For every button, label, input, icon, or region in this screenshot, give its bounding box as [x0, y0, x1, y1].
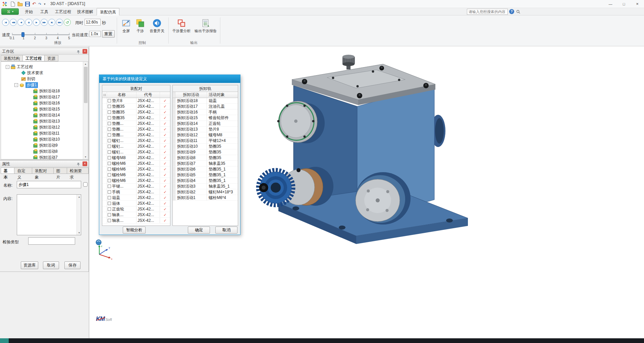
row-selector[interactable] [173, 127, 175, 132]
tab-home[interactable]: 开始 [21, 8, 36, 15]
row-selector[interactable] [173, 138, 175, 143]
row-selector[interactable] [173, 149, 175, 155]
qat-caret-icon[interactable]: ▾ [44, 1, 46, 7]
check-type-input[interactable] [29, 238, 75, 244]
tree-item-activity[interactable]: 拆卸活动11 [33, 130, 59, 136]
row-checkbox[interactable] [108, 105, 111, 108]
row-checkbox[interactable] [108, 128, 111, 131]
tab-inspection[interactable]: 检测要求 [67, 167, 89, 174]
row-selector[interactable] [173, 184, 175, 189]
step-back-button[interactable]: ◀ [17, 19, 24, 26]
row-handle[interactable] [102, 138, 107, 143]
properties-close-icon[interactable]: × [83, 161, 87, 166]
row-checkbox[interactable] [108, 116, 111, 119]
assembly-pair-row[interactable]: 箱盖 JSX-42... ✓ [102, 195, 170, 201]
interference-analysis-button[interactable]: 干涉量分析 [171, 19, 192, 34]
assembly-pair-row[interactable]: 螺钉... JSX-42... ✓ [102, 144, 170, 149]
disassembly-row[interactable]: 拆卸活动2 螺钉M4×18*3 [173, 189, 238, 195]
row-handle[interactable] [102, 149, 107, 155]
current-speed-value[interactable] [90, 31, 100, 37]
row-handle[interactable] [102, 166, 107, 172]
gearbox-model[interactable] [252, 52, 486, 270]
disassembly-row[interactable]: 拆卸活动5 垫圈35_1 [173, 172, 238, 178]
assembly-pair-row[interactable]: 轴承... JSX-42... ✓ [102, 218, 170, 224]
row-checkbox[interactable] [108, 133, 111, 137]
minimize-button[interactable]: — [604, 0, 617, 8]
disassembly-row[interactable]: 拆卸活动8 垫圈35 [173, 155, 238, 161]
tree-item-root[interactable]: - 工艺过程 [6, 64, 33, 70]
orientation-axes[interactable]: z x y [95, 239, 115, 260]
smart-analysis-button[interactable]: 智能分析 [123, 227, 146, 234]
row-checkbox[interactable] [108, 202, 111, 205]
tab-process-flow[interactable]: 工艺过程 [23, 55, 45, 61]
row-selector[interactable] [173, 172, 175, 178]
disassembly-row[interactable]: 拆卸活动1 螺栓M6*4 [173, 195, 238, 201]
row-checkbox[interactable] [108, 162, 111, 165]
collapse-icon[interactable]: - [6, 65, 9, 69]
assembly-pair-row[interactable]: 垫圈... JSX-42... ✓ [102, 132, 170, 138]
tree-item-activity[interactable]: 拆卸活动10 [33, 136, 60, 142]
step-forward-button[interactable]: ▶| [48, 19, 55, 26]
play-to-end-button[interactable]: ▶▶| [56, 19, 63, 26]
row-checkbox[interactable] [108, 122, 111, 125]
replay-button[interactable]: ↺ [64, 19, 71, 26]
workspace-close-icon[interactable]: × [83, 49, 87, 54]
name-option-toggle[interactable] [83, 182, 88, 187]
undo-icon[interactable]: ↶ [32, 1, 36, 7]
tree-item-activity[interactable]: 拆卸活动8 [33, 148, 58, 154]
name-input[interactable] [17, 181, 81, 188]
assembly-pair-row[interactable]: 垫圈35 JSX-42... ✓ [102, 115, 170, 121]
row-selector[interactable] [173, 178, 175, 183]
pin-icon[interactable] [76, 49, 80, 53]
close-button[interactable]: × [631, 0, 644, 8]
disassembly-row[interactable]: 拆卸活动16 手柄 [173, 109, 238, 115]
disassembly-row[interactable]: 拆卸活动4 垫圈35_1 [173, 178, 238, 184]
row-handle[interactable] [102, 218, 107, 223]
resource-library-button[interactable]: 资源库 [21, 261, 38, 269]
row-handle[interactable] [102, 212, 107, 217]
tree-item-activity[interactable]: 拆卸活动7 [33, 154, 58, 159]
content-scrollbar[interactable]: ▲ ▼ [76, 195, 81, 235]
disassembly-row[interactable]: 拆卸活动12 螺母M8 [173, 132, 238, 138]
tree-item-activity[interactable]: 拆卸活动12 [33, 124, 60, 130]
assembly-pair-row[interactable]: 螺钉... JSX-42... ✓ [102, 138, 170, 144]
disassembly-row[interactable]: 拆卸活动3 轴承盖35_1 [173, 184, 238, 189]
redo-icon[interactable]: ↷ [38, 1, 41, 7]
row-checkbox[interactable] [108, 99, 111, 102]
help-icon[interactable]: ? [509, 9, 514, 14]
search-box[interactable] [467, 9, 508, 15]
pick-word-button[interactable]: 取词 [43, 261, 59, 269]
volume-toggle-button[interactable]: 音量开关 [148, 19, 166, 34]
row-checkbox[interactable] [108, 207, 111, 211]
row-handle[interactable] [102, 178, 107, 183]
row-selector[interactable] [173, 195, 175, 200]
row-handle[interactable] [102, 172, 107, 178]
disassembly-row[interactable]: 拆卸活动17 注油孔盖 [173, 104, 238, 109]
reset-button[interactable]: 重置 [102, 30, 115, 38]
tab-resources[interactable]: 资源 [45, 55, 58, 61]
row-checkbox[interactable] [108, 190, 111, 194]
fast-forward-button[interactable]: ▶▶ [41, 19, 48, 26]
collapse-icon[interactable]: - [14, 83, 18, 87]
row-selector[interactable] [173, 98, 175, 103]
row-handle[interactable] [102, 184, 107, 189]
scroll-thumb[interactable] [84, 67, 88, 103]
disassembly-row[interactable]: 拆卸活动7 轴承盖35 [173, 161, 238, 166]
tab-assembly-simulation[interactable]: 装配仿真 [97, 8, 119, 15]
assembly-pair-row[interactable]: 垫圈35 JSX-42... ✓ [102, 104, 170, 109]
row-checkbox[interactable] [108, 185, 111, 188]
interference-report-button[interactable]: 输出干涉报告 [193, 19, 218, 34]
assembly-pair-row[interactable]: 垫圈... JSX-42... ✓ [102, 127, 170, 132]
row-handle[interactable] [102, 127, 107, 132]
stop-button[interactable]: ◉ [25, 19, 32, 26]
assembly-pair-row[interactable]: 螺母M8 JSX-42... ✓ [102, 155, 170, 161]
row-selector[interactable] [173, 115, 175, 120]
tab-assembly-object[interactable]: 装配对象 [32, 167, 54, 174]
assembly-pair-row[interactable]: 正齿轮 JSX-42... ✓ [102, 206, 170, 212]
tree-item-activity[interactable]: 拆卸活动18 [33, 88, 60, 94]
assembly-pair-row[interactable]: 垫圈35 JSX-42... ✓ [102, 109, 170, 115]
row-selector[interactable] [173, 189, 175, 195]
tab-assembly-structure[interactable]: 装配结构 [1, 55, 23, 61]
row-selector[interactable] [173, 121, 175, 126]
speed-slider-track[interactable] [12, 34, 70, 35]
